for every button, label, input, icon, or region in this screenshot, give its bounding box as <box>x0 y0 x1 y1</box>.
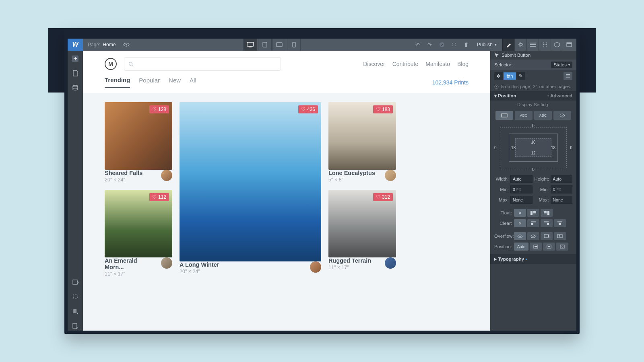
search-input[interactable] <box>124 57 281 71</box>
display-none-button[interactable] <box>553 111 571 120</box>
tab-assets-icon[interactable] <box>551 39 563 51</box>
cms-icon[interactable] <box>70 83 80 93</box>
device-mobile-button[interactable] <box>287 39 301 51</box>
card-image[interactable]: ♡ 112 <box>105 190 172 257</box>
like-badge[interactable]: ♡ 112 <box>149 193 169 201</box>
avatar[interactable] <box>385 257 396 269</box>
page-name[interactable]: Home <box>103 42 116 47</box>
like-badge[interactable]: ♡ 128 <box>149 105 169 113</box>
tab-trending[interactable]: Trending <box>105 76 130 88</box>
app-logo[interactable]: W <box>68 39 83 51</box>
device-tablet-button[interactable] <box>258 39 272 51</box>
nav-contribute[interactable]: Contribute <box>392 61 419 67</box>
tab-new[interactable]: New <box>169 77 181 88</box>
float-none-button[interactable]: ✕ <box>514 209 526 217</box>
card-title[interactable]: An Emerald Morn... <box>105 257 158 270</box>
tab-interactions-icon[interactable] <box>539 39 551 51</box>
min-height-input[interactable]: 0PX <box>551 185 573 193</box>
selector-edit-icon[interactable]: ✎ <box>516 72 526 80</box>
position-fixed-button[interactable] <box>556 243 568 251</box>
max-width-input[interactable]: None <box>510 196 533 204</box>
card-title[interactable]: Sheared Falls <box>105 170 158 176</box>
device-desktop-button[interactable] <box>244 39 257 51</box>
tab-settings-icon[interactable] <box>514 39 526 51</box>
svg-rect-28 <box>502 114 507 117</box>
display-block-button[interactable] <box>495 111 513 120</box>
code-icon[interactable]: 〈〉 <box>449 39 459 51</box>
tab-popular[interactable]: Popular <box>139 77 160 88</box>
states-dropdown[interactable]: States ▾ <box>551 62 572 68</box>
position-relative-button[interactable] <box>530 243 542 251</box>
card-image[interactable]: ♡ 436 <box>180 102 321 261</box>
selected-element-row: Submit Button <box>490 51 576 60</box>
like-badge[interactable]: ♡ 312 <box>373 193 393 201</box>
nav-discover[interactable]: Discover <box>363 61 385 67</box>
nav-manifesto[interactable]: Manifesto <box>425 61 450 67</box>
selector-usage: 5 on this page, 24 on other pages. <box>490 82 576 91</box>
overflow-scroll-button[interactable] <box>541 232 553 240</box>
svg-point-19 <box>77 313 78 314</box>
float-left-button[interactable] <box>527 209 539 217</box>
display-inline-button[interactable]: ABC <box>534 111 552 120</box>
svg-rect-35 <box>544 212 547 213</box>
card-image[interactable]: ♡ 128 <box>105 102 172 170</box>
clear-right-button[interactable] <box>541 219 553 227</box>
height-input[interactable]: Auto <box>551 175 573 183</box>
display-inlineblock-button[interactable]: ABC <box>515 111 533 120</box>
card-image[interactable]: ♡ 183 <box>328 102 396 170</box>
design-canvas[interactable]: M Discover Contribute Manifesto Blog Tre… <box>83 51 490 331</box>
position-absolute-button[interactable] <box>543 243 555 251</box>
avatar[interactable] <box>161 170 172 181</box>
device-tablet-landscape-button[interactable] <box>272 39 286 51</box>
max-height-input[interactable]: None <box>551 196 573 204</box>
avatar[interactable] <box>310 261 321 273</box>
selector-class[interactable]: btn <box>504 72 516 80</box>
navigator-icon[interactable] <box>70 278 80 287</box>
tab-style-icon[interactable] <box>502 39 514 51</box>
min-width-input[interactable]: 0PX <box>510 185 533 193</box>
help-icon[interactable] <box>70 321 80 331</box>
redo-icon[interactable]: ↷ <box>425 39 435 51</box>
box-model[interactable]: 0 0 0 0 10 12 18 18 <box>494 124 572 171</box>
position-auto-button[interactable]: Auto <box>514 243 528 251</box>
svg-rect-18 <box>73 295 77 299</box>
add-element-icon[interactable] <box>70 54 80 64</box>
section-position-header[interactable]: ▾ Position <box>494 93 516 99</box>
site-logo[interactable]: M <box>105 58 117 70</box>
check-icon[interactable] <box>437 39 447 51</box>
card-grid: ♡ 128 Sheared Falls20" × 24" ♡ 112 An Em… <box>83 93 490 286</box>
clear-left-button[interactable] <box>527 219 539 227</box>
selector-all-icon[interactable]: ✻ <box>494 72 504 80</box>
selector-input[interactable]: ✻ btn ✎ <box>494 72 526 80</box>
overflow-auto-button[interactable]: A <box>554 232 566 240</box>
selection-icon[interactable] <box>70 292 80 302</box>
advanced-toggle[interactable]: ▫ Advanced <box>547 93 572 98</box>
tab-layout-icon[interactable] <box>526 39 539 51</box>
like-badge[interactable]: ♡ 183 <box>373 105 393 113</box>
audit-icon[interactable] <box>70 306 80 316</box>
overflow-hidden-button[interactable] <box>527 232 539 240</box>
svg-rect-25 <box>566 77 570 78</box>
preview-icon[interactable] <box>121 39 132 51</box>
section-typography-header[interactable]: ▸ Typography • <box>494 256 527 262</box>
publish-button[interactable]: Publish▾ <box>473 39 501 51</box>
undo-icon[interactable]: ↶ <box>413 39 423 51</box>
avatar[interactable] <box>161 257 172 269</box>
clear-none-button[interactable]: ✕ <box>514 219 526 227</box>
tab-cms-icon[interactable] <box>563 39 575 51</box>
card-title[interactable]: A Long Winter <box>180 261 307 268</box>
card-title[interactable]: Rugged Terrain <box>328 257 382 264</box>
selector-menu-icon[interactable] <box>564 72 572 80</box>
clear-both-button[interactable] <box>554 219 566 227</box>
export-icon[interactable] <box>461 39 471 51</box>
overflow-visible-button[interactable] <box>514 232 526 240</box>
pages-icon[interactable] <box>70 68 80 78</box>
card-title[interactable]: Lone Eucalyptus <box>328 170 382 176</box>
avatar[interactable] <box>385 170 396 181</box>
tab-all[interactable]: All <box>190 77 196 88</box>
width-input[interactable]: Auto <box>510 175 533 183</box>
float-right-button[interactable] <box>541 209 553 217</box>
nav-blog[interactable]: Blog <box>457 61 469 67</box>
card-image[interactable]: ♡ 312 <box>328 190 396 257</box>
like-badge[interactable]: ♡ 436 <box>298 105 318 113</box>
